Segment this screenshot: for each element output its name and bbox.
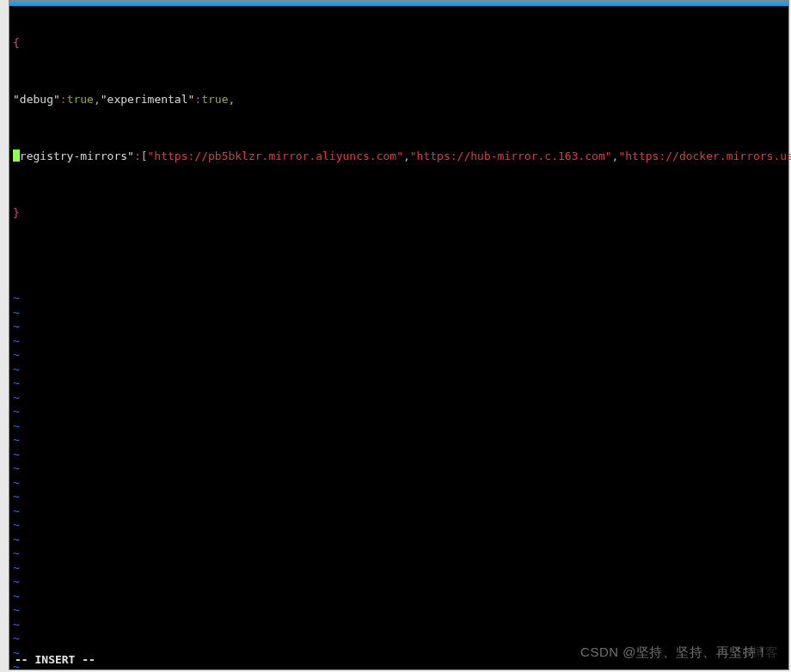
empty-line-tilde: ~ [13,376,785,391]
code-line-3: "registry-mirrors":["https://pb5bklzr.mi… [13,150,785,164]
text-cursor [13,150,20,162]
empty-line-tilde: ~ [13,433,785,448]
empty-line-tilde: ~ [13,547,785,561]
watermark-primary: CSDN @坚持、坚持、再坚持！ [580,645,770,661]
empty-line-tilde: ~ [13,306,785,321]
code-line-4: } [13,206,785,221]
empty-line-tilde: ~ [13,419,785,434]
left-page-gutter [0,0,9,672]
empty-line-tilde: ~ [13,518,785,533]
empty-line-tilde: ~ [13,405,785,419]
empty-line-tilde: ~ [13,291,785,306]
empty-line-tilde: ~ [13,348,785,363]
empty-line-tilde: ~ [13,461,785,476]
terminal-window: { "debug":true,"experimental":true, "reg… [9,0,789,670]
empty-line-tilde: ~ [13,533,785,547]
empty-line-tilde: ~ [13,363,785,377]
empty-line-tilde: ~ [13,660,785,672]
empty-line-tilde: ~ [13,334,785,349]
empty-line-tilde: ~ [13,504,785,519]
empty-line-tilde: ~ [13,490,785,504]
empty-line-tilde: ~ [13,448,785,462]
code-line-1: { [13,36,785,51]
empty-line-tilde: ~ [13,618,785,632]
code-line-2: "debug":true,"experimental":true, [13,93,785,107]
vim-editor-area[interactable]: { "debug":true,"experimental":true, "reg… [13,8,785,651]
empty-line-tilde: ~ [13,476,785,491]
empty-line-tilde: ~ [13,590,785,604]
empty-line-tilde: ~ [13,575,785,590]
empty-line-tilde: ~ [13,561,785,576]
empty-line-tilde: ~ [13,320,785,334]
empty-line-tilde: ~ [13,603,785,618]
vim-mode-status: -- INSERT -- [15,653,95,666]
window-titlebar[interactable] [9,1,788,6]
empty-line-tilde: ~ [13,391,785,406]
